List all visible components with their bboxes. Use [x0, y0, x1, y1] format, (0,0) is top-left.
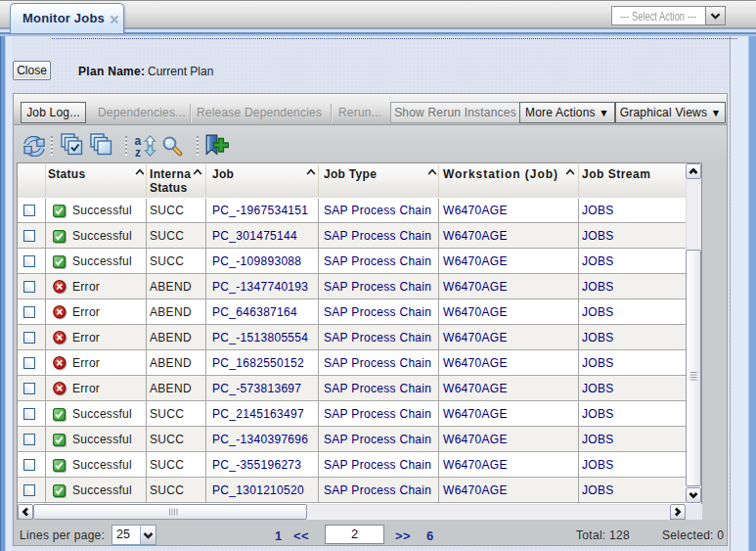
svg-text:z: z	[135, 146, 141, 158]
